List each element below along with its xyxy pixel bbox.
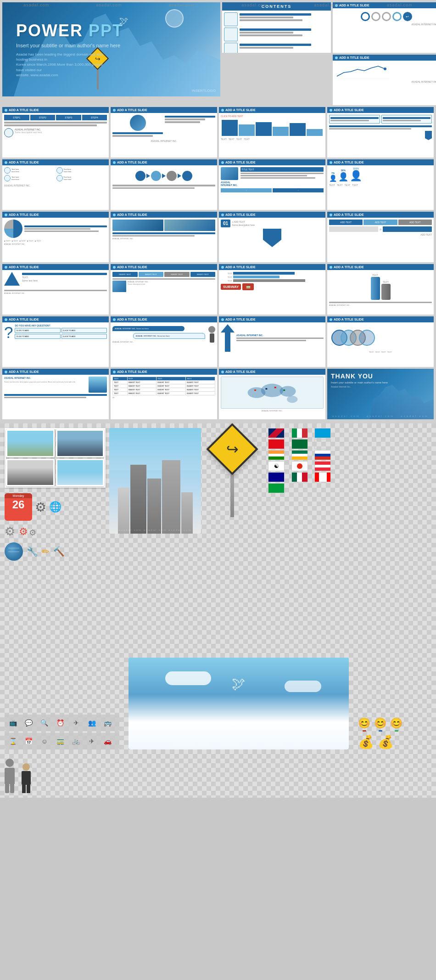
dot-9 [5,161,7,164]
label-8: ADD A TITLE SLIDE [334,108,364,112]
tri-layout-17: TEXTSome text here [4,272,107,288]
body-9: Text heremore text Text heremore text Te… [2,165,109,210]
flag-in [268,450,285,460]
arrow-1 [146,174,150,178]
slide-thankyou[interactable]: THANK YOU Insert your subtitle or main a… [327,369,434,419]
slide-11[interactable]: ADD A TITLE SLIDE ASADALINTERNET INC. TI… [219,159,325,210]
money-bag-icon: 💰 [358,734,374,749]
label-19: ADD A TITLE SLIDE [225,265,256,269]
slide-title-1[interactable]: ADD A TITLE SLIDE ↩ A [333,2,436,53]
btn-18c[interactable]: INSERT TEXT [164,272,190,277]
dot-12 [330,161,332,164]
eq-2 [383,226,432,232]
q-boxes-21: CLICK TO ADD CLICK TO ADD CLICK TO ADD C… [15,328,107,339]
slide-header-17: ADD A TITLE SLIDE [2,264,109,270]
circle-4 [392,12,402,21]
flag-ru [314,450,331,460]
more-icons-row: ⚙ ⚙ ⚙ [5,524,106,539]
label-17: ADD A TITLE SLIDE [9,265,39,269]
dot-16 [330,214,332,216]
td-2-3: INSERT TEXT [157,384,186,388]
flags-grid: ☯ [268,428,337,493]
elements-section: Monday 26 ⚙ 🌐 ⚙ ⚙ ⚙ 🔧 [0,423,436,653]
asadal-17: ASADAL INTERNET INC. [4,292,107,294]
pie-13 [4,220,22,238]
slide-8[interactable]: ADD A TITLE SLIDE [327,107,434,158]
img-14a [112,220,163,231]
btn-18d[interactable]: INSERT TEXT [190,272,216,277]
slide-25[interactable]: ADD A TITLE SLIDE ASADAL INTERNET INC. S… [2,369,109,419]
slide-18[interactable]: ADD A TITLE SLIDE INSERT TEXT INSERT TEX… [111,264,217,315]
btn-18a[interactable]: INSERT TEXT [112,272,138,277]
slide-24[interactable]: ADD A TITLE SLIDE TEXTTEXTTEXTTEXT [327,316,434,367]
dot-25 [5,371,7,373]
slide-17[interactable]: ADD A TITLE SLIDE TEXTSome text here [2,264,109,315]
label-15: ADD A TITLE SLIDE [225,213,256,216]
slide-13[interactable]: ADD A TITLE SLIDE ■ TEXT■ TEXT■ TEXT■ TE… [2,212,109,262]
line-chart [335,62,436,79]
smiley-2: 😊 [374,717,386,729]
table-row-4: TEXT INSERT TEXT INSERT TEXT INSERT TEXT [113,392,215,395]
slide-header-18: ADD A TITLE SLIDE [111,264,217,270]
slide-7[interactable]: ADD A TITLE SLIDE CLICK TO ADD TEXT TE [219,107,325,158]
slide-6[interactable]: ADD A TITLE SLIDE [111,107,217,158]
slide-header-12: ADD A TITLE SLIDE [327,159,434,165]
slide-15[interactable]: ADD A TITLE SLIDE 01 + ADD TEXTSome desc… [219,212,325,262]
subway-row-19: SUBWAY 🚃 [221,283,324,290]
hero-slide[interactable]: POWER PPT Insert your subtitle or main a… [2,2,220,96]
btn-add-16b[interactable]: ADD TEXT [363,220,397,225]
td-3-4: INSERT TEXT [186,388,215,392]
bar-25a [4,394,107,396]
slide-23[interactable]: ADD A TITLE SLIDE ASADAL INTERNET INC. [219,316,325,367]
hb-2: TEXT [221,276,324,278]
dot-20 [330,266,332,269]
slide-21[interactable]: ADD A TITLE SLIDE ? DO YOU HAVE ANY QUES… [2,316,109,367]
slide-16[interactable]: ADD A TITLE SLIDE ADD TEXT ADD TEXT ADD … [327,212,434,262]
th-3: TEXT [157,377,186,381]
slide-22[interactable]: ADD A TITLE SLIDE ASADAL INTERNET INC. S… [111,316,217,367]
bar-8b [330,120,369,121]
smiley-fig-2: 😊 [374,717,386,732]
slide-header-22: ADD A TITLE SLIDE [111,316,217,322]
btn-add-16a[interactable]: ADD TEXT [329,220,363,225]
circle-1 [361,12,370,21]
icon-tv: 📺 [7,717,18,728]
btn-add-16c[interactable]: ADD TEXT [398,220,432,225]
body-8 [327,113,434,158]
label-20: ADD A TITLE SLIDE [334,265,364,269]
hb-bar-2 [233,276,279,278]
city-photos-grid [5,428,106,488]
slide-title-4[interactable]: ADD A TITLE SLIDE ASADAL INTERNET INC. [333,55,436,105]
sil-legs-1 [5,784,14,793]
dot-23 [221,318,224,321]
hero-circle-deco [165,9,184,28]
slide-20[interactable]: ADD A TITLE SLIDE TEXT TEXT [327,264,434,315]
slide-19[interactable]: ADD A TITLE SLIDE TEXT TEXT [219,264,325,315]
label-24: ADD A TITLE SLIDE [334,318,364,321]
flag-uk [268,428,285,438]
slide-header-27: ADD A TITLE SLIDE [219,369,325,375]
hb-bar-3 [233,279,305,282]
bar-v6 [307,129,323,136]
slide-26[interactable]: ADD A TITLE SLIDE TEXT TEXT TEXT TEXT TE… [111,369,217,419]
q-box-3: CLICK TO ADD [15,334,60,339]
slide-27[interactable]: ADD A TITLE SLIDE [219,369,325,419]
ig-text-4: Text heremore text [64,176,72,180]
slide-12[interactable]: ADD A TITLE SLIDE 7% 👤 90% 👤 [327,159,434,210]
flag-sa [291,439,308,449]
slide-14[interactable]: ADD A TITLE SLIDE ASADAL INTERNET INC. [111,212,217,262]
step-4: STEP4 [82,115,107,120]
td-4-3: INSERT TEXT [157,392,186,395]
icon-calendar: 📅 [23,736,34,747]
body-19: TEXT TEXT TEXT SU [219,270,325,315]
circle-5: ↩ [403,12,412,21]
q-text-21: DO YOU HAVE ANY QUESTION? CLICK TO ADD C… [15,324,107,340]
slide-9[interactable]: ADD A TITLE SLIDE Text heremore text Tex… [2,159,109,210]
contents-slide[interactable]: CONTENTS [222,2,331,53]
btn-18b[interactable]: INSERT TEXT [139,272,164,277]
banner-watermark-text: asadal.com · asadal.com · asadal.com [129,743,349,748]
label-small-6: ASADAL INTERNET INC. [112,140,215,142]
slide-5[interactable]: ADD A TITLE SLIDE STEP1 STEP2 STEP3 STEP… [2,107,109,158]
icon-hourglass: ⌛ [7,736,18,747]
slide-10[interactable]: ADD A TITLE SLIDE [111,159,217,210]
